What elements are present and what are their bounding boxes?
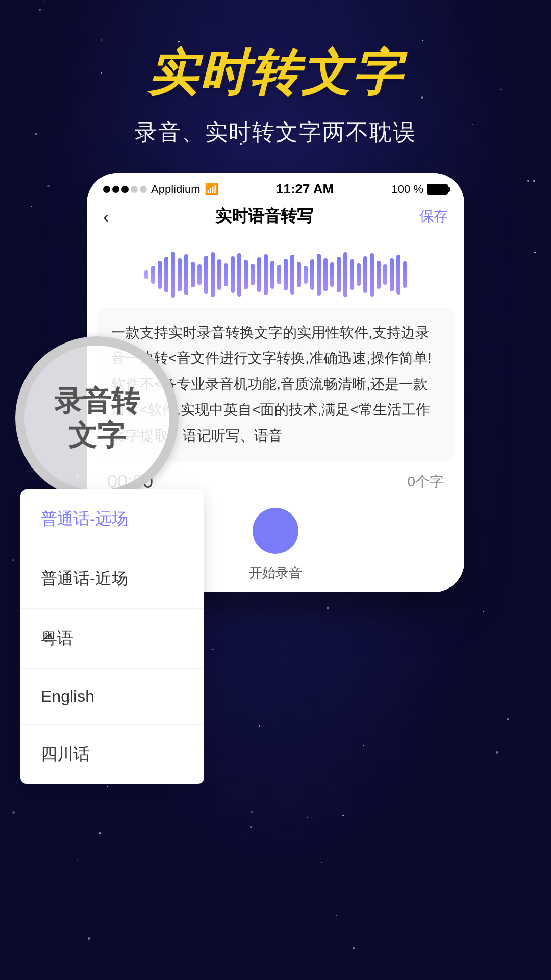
dropdown-item-3[interactable]: English — [20, 669, 204, 725]
battery-icon — [427, 184, 448, 195]
wave-bar — [191, 262, 195, 287]
wave-bar — [370, 253, 374, 297]
battery-container — [427, 184, 448, 195]
wave-bar — [251, 264, 255, 285]
status-right: 100 % — [392, 183, 448, 196]
wave-bar — [264, 254, 268, 295]
waveform-area — [87, 236, 464, 308]
wave-bar — [343, 252, 347, 297]
wave-bar — [330, 262, 334, 287]
dropdown-item-1[interactable]: 普通话-近场 — [20, 549, 204, 609]
sub-title: 录音、实时转文字两不耽误 — [0, 117, 551, 148]
wave-bar — [178, 258, 182, 291]
wave-bar — [297, 262, 301, 287]
wave-bar — [390, 258, 394, 291]
nav-title: 实时语音转写 — [215, 205, 313, 228]
carrier-label: Applidium — [151, 183, 201, 196]
wave-bar — [231, 256, 235, 293]
battery-fill — [428, 185, 447, 194]
signal-dot-2 — [112, 186, 119, 193]
main-title: 实时转文字 — [0, 41, 551, 107]
wave-bar — [383, 264, 387, 285]
back-button[interactable]: ‹ — [103, 207, 109, 227]
word-count: 0个字 — [407, 472, 444, 492]
signal-dot-3 — [121, 186, 129, 193]
wave-bar — [184, 254, 188, 295]
wave-bar — [164, 257, 168, 292]
wave-bar — [377, 261, 381, 289]
wave-bar — [204, 256, 208, 294]
wave-bar — [357, 263, 361, 286]
save-button[interactable]: 保存 — [419, 207, 448, 226]
wave-bar — [237, 253, 241, 297]
language-dropdown: 普通话-远场普通话-近场粤语English四川话 — [20, 489, 204, 784]
status-time: 11:27 AM — [276, 181, 334, 197]
wave-bar — [224, 263, 228, 286]
signal-dot-5 — [140, 186, 147, 193]
signal-dot-1 — [103, 186, 110, 193]
status-left: Applidium 📶 — [103, 183, 218, 196]
wave-bar — [197, 264, 202, 285]
wave-bar — [290, 255, 294, 295]
nav-bar: ‹ 实时语音转写 保存 — [87, 201, 464, 236]
wave-bar — [244, 260, 248, 289]
wave-bar — [144, 270, 148, 279]
magnifier-overlay: 录音转文字 — [15, 336, 179, 500]
dropdown-item-2[interactable]: 粤语 — [20, 609, 204, 669]
wave-bar — [363, 256, 367, 293]
wave-bar — [257, 257, 261, 292]
wave-bar — [151, 266, 155, 284]
wave-bar — [396, 255, 400, 295]
battery-percent: 100 % — [392, 183, 423, 196]
wave-bar — [337, 257, 341, 292]
wave-bar — [350, 259, 354, 290]
wave-bar — [323, 258, 328, 291]
signal-dot-4 — [131, 186, 138, 193]
wave-bar — [317, 254, 321, 296]
record-button[interactable] — [253, 508, 298, 554]
wave-bar — [277, 265, 281, 284]
wifi-icon: 📶 — [205, 183, 218, 196]
wave-bar — [158, 261, 162, 289]
wave-bar — [284, 259, 288, 290]
wave-bar — [270, 261, 274, 289]
phone-container: Applidium 📶 11:27 AM 100 % ‹ 实时语音转写 保存 — [0, 173, 551, 592]
status-bar: Applidium 📶 11:27 AM 100 % — [87, 173, 464, 201]
wave-bar — [403, 261, 407, 288]
dropdown-item-4[interactable]: 四川话 — [20, 725, 204, 784]
signal-dots — [103, 186, 147, 193]
wave-bar — [211, 252, 215, 297]
wave-bar — [304, 266, 308, 284]
dropdown-item-0[interactable]: 普通话-远场 — [20, 489, 204, 549]
wave-bar — [171, 252, 175, 298]
wave-bar — [310, 259, 314, 290]
magnifier-text: 录音转文字 — [54, 384, 140, 452]
wave-bar — [217, 259, 221, 290]
top-section: 实时转文字 录音、实时转文字两不耽误 — [0, 0, 551, 148]
